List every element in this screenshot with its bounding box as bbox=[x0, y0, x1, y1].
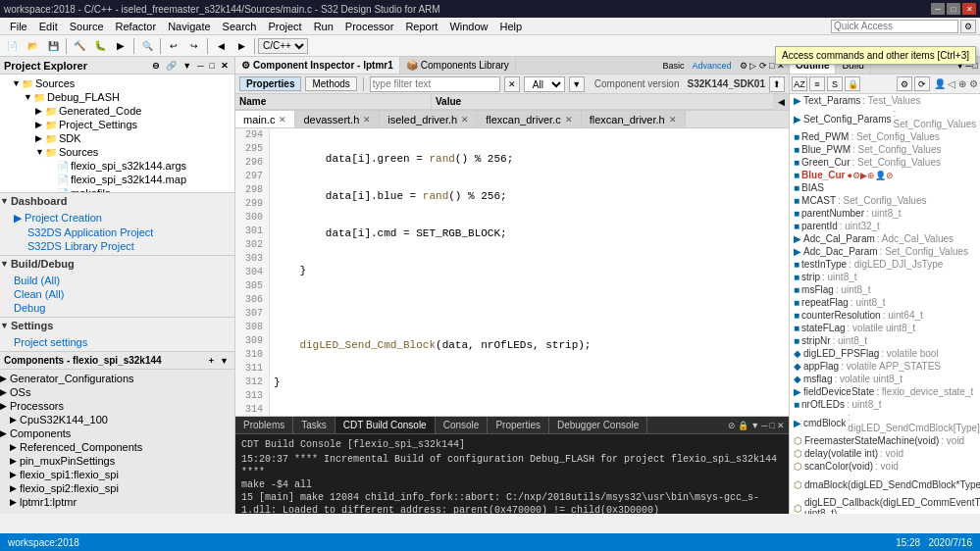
dashboard-lib-project[interactable]: S32DS Library Project bbox=[14, 239, 221, 253]
tab-iseled[interactable]: iseled_driver.h ✕ bbox=[380, 111, 478, 127]
outline-refresh-btn[interactable]: ⟳ bbox=[914, 76, 930, 91]
outline-item-repeat-flag[interactable]: ■ repeatFlag : uint8_t bbox=[790, 296, 980, 309]
expand-icon[interactable]: ▼ bbox=[12, 78, 22, 88]
bottom-max-icon[interactable]: □ bbox=[770, 421, 775, 430]
comp-components[interactable]: ▶ Components bbox=[0, 426, 234, 440]
outline-item-adc-dac[interactable]: ▶ Adc_Dac_Param : Set_Config_Values bbox=[790, 245, 980, 258]
forward-btn[interactable]: ▶ bbox=[232, 37, 251, 55]
comp-lptmr[interactable]: ▶ lptmr1:lptmr bbox=[0, 495, 234, 509]
menu-run[interactable]: Run bbox=[308, 18, 339, 34]
expand-icon[interactable]: ▶ bbox=[10, 497, 20, 507]
ci-tab-inspector[interactable]: ⚙ Component Inspector - lptmr1 bbox=[235, 57, 400, 74]
redo-btn[interactable]: ↪ bbox=[184, 37, 204, 55]
expand-icon[interactable]: ▶ bbox=[0, 374, 10, 383]
outline-item-test-in-type[interactable]: ■ testInType : digLED_DJI_JsType bbox=[790, 258, 980, 271]
outline-item-cmdblock[interactable]: ▶ cmdBlock : digLED_SendCmdBlock[Type] bbox=[790, 411, 980, 434]
comp-menu-icon[interactable]: ▼ bbox=[218, 356, 231, 366]
outline-item-set-config[interactable]: ▶ Set_Config_Params : Set_Config_Values bbox=[790, 107, 980, 130]
tab-close[interactable]: ✕ bbox=[279, 115, 286, 125]
tab-devassert[interactable]: devassert.h ✕ bbox=[295, 111, 380, 127]
outline-item-parent-number[interactable]: ■ parentNumber : uint8_t bbox=[790, 207, 980, 220]
outline-item-digled-callback[interactable]: ⬡ digLED_Callback(digLED_CommEventType, … bbox=[790, 496, 980, 514]
perspective-select[interactable]: C/C++ bbox=[258, 38, 308, 54]
tab-flexcan-h[interactable]: flexcan_driver.h ✕ bbox=[582, 111, 686, 127]
save-btn[interactable]: 💾 bbox=[43, 37, 63, 55]
outline-item-adc-cal[interactable]: ▶ Adc_Cal_Param : Adc_Cal_Values bbox=[790, 232, 980, 245]
tree-generated[interactable]: ▶ 📁 Generated_Code bbox=[0, 104, 234, 118]
menu-refactor[interactable]: Refactor bbox=[110, 18, 163, 34]
tab-debugger[interactable]: Debugger Console bbox=[549, 417, 647, 433]
ci-col-toggle-btn[interactable]: ◀ bbox=[773, 94, 789, 110]
panel-max-icon[interactable]: □ bbox=[208, 61, 217, 71]
ci-view-toggle[interactable]: Basic bbox=[659, 61, 689, 71]
dashboard-project-creation[interactable]: ▶ Project Creation bbox=[14, 211, 221, 225]
tree-sources[interactable]: ▼ 📁 Sources bbox=[0, 76, 234, 90]
sort-az-btn[interactable]: AZ bbox=[792, 76, 807, 91]
settings-header[interactable]: ▼ Settings bbox=[0, 318, 234, 333]
expand-icon[interactable]: ▶ bbox=[35, 106, 45, 116]
ci-tab-library[interactable]: 📦 Components Library bbox=[400, 57, 516, 74]
ci-info-btn[interactable]: ⬆ bbox=[769, 76, 785, 92]
expand-icon[interactable]: ▼ bbox=[35, 147, 45, 157]
expand-icon[interactable]: ▶ bbox=[0, 401, 10, 411]
comp-gen-config[interactable]: ▶ Generator_Configurations bbox=[0, 372, 234, 385]
panel-close-icon[interactable]: ✕ bbox=[219, 61, 231, 71]
ci-filter-dropdown[interactable]: All bbox=[524, 76, 565, 92]
tab-close[interactable]: ✕ bbox=[669, 115, 677, 125]
expand-icon[interactable]: ▼ bbox=[24, 92, 33, 102]
hide-nonpublic-btn[interactable]: 🔒 bbox=[845, 76, 860, 91]
expand-icon[interactable]: ▶ bbox=[10, 470, 20, 479]
outline-item-counter-res[interactable]: ■ counterResolution : uint64_t bbox=[790, 309, 980, 322]
comp-flexio-spi2[interactable]: ▶ flexio_spi2:flexio_spi bbox=[0, 481, 234, 495]
outline-item-appflag[interactable]: ◆ appFlag : volatile APP_STATES bbox=[790, 360, 980, 373]
menu-window[interactable]: Window bbox=[443, 18, 493, 34]
expand-icon[interactable]: ▶ bbox=[10, 415, 20, 425]
tab-tasks[interactable]: Tasks bbox=[293, 417, 335, 433]
tab-close[interactable]: ✕ bbox=[363, 115, 371, 125]
tab-problems[interactable]: Problems bbox=[235, 417, 293, 433]
comp-flexio-spi1[interactable]: ▶ flexio_spi1:flexio_spi bbox=[0, 468, 234, 481]
tab-close[interactable]: ✕ bbox=[461, 115, 469, 125]
tree-args-file[interactable]: 📄 flexio_spi_s32k144.args bbox=[0, 159, 234, 173]
ci-properties-btn[interactable]: Properties bbox=[239, 76, 301, 91]
comp-processors[interactable]: ▶ Processors bbox=[0, 399, 234, 413]
outline-item-nrofleds[interactable]: ■ nrOfLEDs : uint8_t bbox=[790, 398, 980, 411]
comp-oss[interactable]: ▶ OSs bbox=[0, 385, 234, 399]
clean-all-item[interactable]: Clean (All) bbox=[14, 287, 221, 301]
build-debug-header[interactable]: ▼ Build/Debug bbox=[0, 256, 234, 272]
outline-item-delay[interactable]: ⬡ delay(volatile int) : void bbox=[790, 447, 980, 460]
menu-source[interactable]: Source bbox=[64, 18, 110, 34]
outline-item-msflag2[interactable]: ◆ msflag : volatile uint8_t bbox=[790, 373, 980, 385]
outline-item-stateflag[interactable]: ■ stateFLag : volatile uint8_t bbox=[790, 322, 980, 334]
hide-static-btn[interactable]: S bbox=[827, 76, 843, 91]
bottom-min-icon[interactable]: ─ bbox=[761, 421, 767, 430]
outline-item-fpsflag[interactable]: ◆ digLED_FPSFlag : volatile bool bbox=[790, 347, 980, 360]
outline-item-text-params[interactable]: ▶ Text_Params : Test_Values bbox=[790, 94, 980, 107]
expand-icon[interactable]: ▶ bbox=[35, 120, 45, 129]
outline-item-msflag[interactable]: ■ msFlag : uint8_t bbox=[790, 283, 980, 296]
comp-referenced[interactable]: ▶ Referenced_Components bbox=[0, 440, 234, 454]
quick-access-btn[interactable]: ⚙ bbox=[960, 20, 976, 33]
dashboard-app-project[interactable]: S32DS Application Project bbox=[14, 225, 221, 239]
tree-project-settings[interactable]: ▶ 📁 Project_Settings bbox=[0, 118, 234, 131]
tree-debug-flash[interactable]: ▼ 📁 Debug_FLASH bbox=[0, 90, 234, 104]
tab-close[interactable]: ✕ bbox=[565, 115, 573, 125]
project-settings-item[interactable]: Project settings bbox=[14, 335, 221, 349]
panel-menu-icon[interactable]: ▼ bbox=[181, 61, 193, 71]
outline-item-green-cur[interactable]: ■ Green_Cur : Set_Config_Values bbox=[790, 156, 980, 169]
outline-item-dmablock[interactable]: ⬡ dmaBlock(digLED_SendCmdBlock*Type) : v… bbox=[790, 473, 980, 496]
outline-item-strip[interactable]: ■ strip : uint8_t bbox=[790, 271, 980, 283]
open-btn[interactable]: 📂 bbox=[23, 37, 42, 55]
outline-item-freemaster-sm[interactable]: ⬡ FreemasterStateMachine(void) : void bbox=[790, 434, 980, 447]
outline-item-bias[interactable]: ■ BIAS bbox=[790, 181, 980, 194]
outline-item-stripnr[interactable]: ■ stripNr : uint8_t bbox=[790, 334, 980, 347]
code-content[interactable]: data[i].green = rand() % 256; data[i].bl… bbox=[270, 128, 789, 416]
tree-map-file[interactable]: 📄 flexio_spi_s32k144.map bbox=[0, 173, 234, 186]
menu-processor[interactable]: Processor bbox=[339, 18, 400, 34]
tab-console[interactable]: Console bbox=[436, 417, 489, 433]
dashboard-header[interactable]: ▼ Dashboard bbox=[0, 193, 234, 209]
tab-flexcan-c[interactable]: flexcan_driver.c ✕ bbox=[478, 111, 581, 127]
search-btn[interactable]: 🔍 bbox=[137, 37, 157, 55]
link-editor-icon[interactable]: 🔗 bbox=[164, 61, 179, 71]
menu-project[interactable]: Project bbox=[262, 18, 307, 34]
